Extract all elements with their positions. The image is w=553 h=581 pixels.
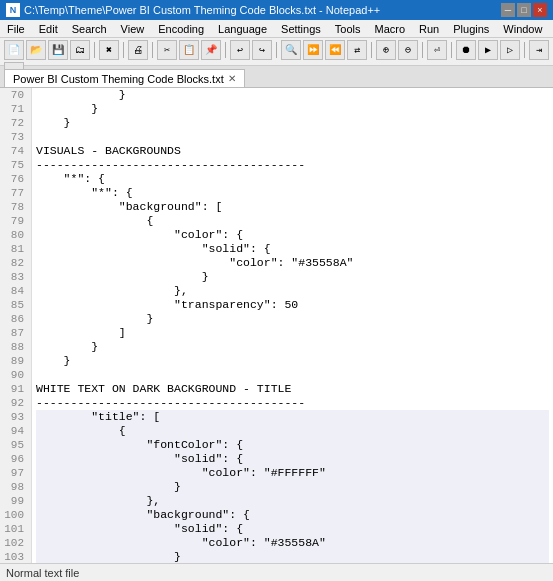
- line-number: 99: [4, 494, 27, 508]
- line-numbers-gutter: 7071727374757677787980818283848586878889…: [0, 88, 32, 563]
- menu-macro[interactable]: Macro: [371, 22, 408, 36]
- menu-search[interactable]: Search: [69, 22, 110, 36]
- line-number: 103: [4, 550, 27, 563]
- tab-file[interactable]: Power BI Custom Theming Code Blocks.txt …: [4, 69, 245, 87]
- code-line: {: [36, 214, 549, 228]
- code-line: "solid": {: [36, 452, 549, 466]
- line-number: 73: [4, 130, 27, 144]
- find-button[interactable]: 🔍: [281, 40, 301, 60]
- toolbar-separator-4: [225, 42, 226, 58]
- menu-encoding[interactable]: Encoding: [155, 22, 207, 36]
- code-line: "color": {: [36, 228, 549, 242]
- line-number: 83: [4, 270, 27, 284]
- wrap-button[interactable]: ⏎: [427, 40, 447, 60]
- undo-button[interactable]: ↩: [230, 40, 250, 60]
- new-button[interactable]: 📄: [4, 40, 24, 60]
- code-line: }: [36, 116, 549, 130]
- line-number: 101: [4, 522, 27, 536]
- close-button[interactable]: ×: [533, 3, 547, 17]
- find-next-button[interactable]: ⏩: [303, 40, 323, 60]
- line-number: 89: [4, 354, 27, 368]
- menu-edit[interactable]: Edit: [36, 22, 61, 36]
- tab-close-button[interactable]: ✕: [228, 73, 236, 84]
- toolbar-separator-3: [152, 42, 153, 58]
- line-number: 71: [4, 102, 27, 116]
- menu-settings[interactable]: Settings: [278, 22, 324, 36]
- code-line: VISUALS - BACKGROUNDS: [36, 144, 549, 158]
- line-number: 78: [4, 200, 27, 214]
- menu-file[interactable]: File: [4, 22, 28, 36]
- find-prev-button[interactable]: ⏪: [325, 40, 345, 60]
- code-line: [36, 130, 549, 144]
- play-multi-button[interactable]: ▷: [500, 40, 520, 60]
- code-line: "solid": {: [36, 522, 549, 536]
- code-line: "color": "#FFFFFF": [36, 466, 549, 480]
- code-line: "background": [: [36, 200, 549, 214]
- open-button[interactable]: 📂: [26, 40, 46, 60]
- line-number: 85: [4, 298, 27, 312]
- cut-button[interactable]: ✂: [157, 40, 177, 60]
- title-bar: N C:\Temp\Theme\Power BI Custom Theming …: [0, 0, 553, 20]
- line-number: 90: [4, 368, 27, 382]
- code-line: "transparency": 50: [36, 298, 549, 312]
- menu-tools[interactable]: Tools: [332, 22, 364, 36]
- code-line: "*": {: [36, 186, 549, 200]
- menu-plugins[interactable]: Plugins: [450, 22, 492, 36]
- line-number: 81: [4, 242, 27, 256]
- menu-view[interactable]: View: [118, 22, 148, 36]
- code-line: }: [36, 102, 549, 116]
- code-line: }: [36, 88, 549, 102]
- line-number: 76: [4, 172, 27, 186]
- line-number: 92: [4, 396, 27, 410]
- code-line: "fontColor": {: [36, 438, 549, 452]
- copy-button[interactable]: 📋: [179, 40, 199, 60]
- close-button[interactable]: ✖: [99, 40, 119, 60]
- code-line: "color": "#35558A": [36, 536, 549, 550]
- line-number: 82: [4, 256, 27, 270]
- maximize-button[interactable]: □: [517, 3, 531, 17]
- line-number: 75: [4, 158, 27, 172]
- line-number: 72: [4, 116, 27, 130]
- code-line: {: [36, 424, 549, 438]
- toolbar-separator-6: [371, 42, 372, 58]
- paste-button[interactable]: 📌: [201, 40, 221, 60]
- tab-bar: Power BI Custom Theming Code Blocks.txt …: [0, 66, 553, 88]
- line-number: 70: [4, 88, 27, 102]
- zoom-out-button[interactable]: ⊖: [398, 40, 418, 60]
- line-number: 94: [4, 424, 27, 438]
- code-content[interactable]: } } } VISUALS - BACKGROUNDS-------------…: [32, 88, 553, 563]
- toolbar-separator-8: [451, 42, 452, 58]
- menu-bar: File Edit Search View Encoding Language …: [0, 20, 553, 38]
- print-button[interactable]: 🖨: [128, 40, 148, 60]
- status-text: Normal text file: [6, 567, 79, 579]
- editor[interactable]: 7071727374757677787980818283848586878889…: [0, 88, 553, 563]
- code-line: }: [36, 354, 549, 368]
- replace-button[interactable]: ⇄: [347, 40, 367, 60]
- menu-window[interactable]: Window: [500, 22, 545, 36]
- zoom-in-button[interactable]: ⊕: [376, 40, 396, 60]
- line-number: 79: [4, 214, 27, 228]
- redo-button[interactable]: ↪: [252, 40, 272, 60]
- title-text: C:\Temp\Theme\Power BI Custom Theming Co…: [24, 4, 380, 16]
- app-icon: N: [6, 3, 20, 17]
- save-all-button[interactable]: 🗂: [70, 40, 90, 60]
- line-number: 98: [4, 480, 27, 494]
- code-line: [36, 368, 549, 382]
- save-button[interactable]: 💾: [48, 40, 68, 60]
- toolbar-separator-2: [123, 42, 124, 58]
- line-number: 91: [4, 382, 27, 396]
- record-button[interactable]: ⏺: [456, 40, 476, 60]
- line-number: 102: [4, 536, 27, 550]
- code-line: }: [36, 550, 549, 563]
- code-line: },: [36, 284, 549, 298]
- minimize-button[interactable]: ─: [501, 3, 515, 17]
- code-line: "*": {: [36, 172, 549, 186]
- menu-language[interactable]: Language: [215, 22, 270, 36]
- title-bar-controls[interactable]: ─ □ ×: [501, 3, 547, 17]
- menu-run[interactable]: Run: [416, 22, 442, 36]
- play-button[interactable]: ▶: [478, 40, 498, 60]
- code-line: }: [36, 270, 549, 284]
- code-line: "background": {: [36, 508, 549, 522]
- line-number: 80: [4, 228, 27, 242]
- indent-button[interactable]: ⇥: [529, 40, 549, 60]
